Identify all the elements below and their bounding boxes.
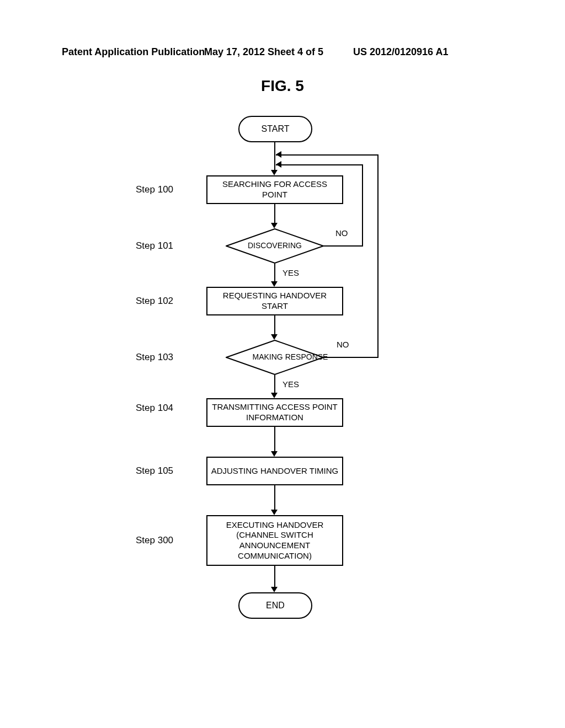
arrowhead-down-icon	[271, 334, 278, 340]
step-label-102: Step 102	[136, 296, 173, 307]
arrowhead-down-icon	[271, 451, 278, 457]
step-label-101: Step 101	[136, 240, 173, 251]
node-start-label: START	[262, 124, 290, 134]
arrowhead-down-icon	[271, 281, 278, 287]
node-step105: ADJUSTING HANDOVER TIMING	[206, 457, 343, 485]
arrow	[276, 154, 379, 156]
header-date-sheet: May 17, 2012 Sheet 4 of 5	[204, 46, 323, 58]
arrow	[274, 566, 275, 588]
arrowhead-down-icon	[271, 587, 278, 592]
arrowhead-left-icon	[276, 151, 281, 158]
node-step104: TRANSMITTING ACCESS POINT INFORMATION	[206, 398, 343, 427]
arrow	[377, 154, 379, 358]
arrowhead-down-icon	[271, 393, 278, 398]
edge-yes-103: YES	[282, 379, 299, 389]
arrow	[274, 264, 275, 282]
header-publication: Patent Application Publication	[62, 46, 205, 58]
node-step103: MAKING RESPONSE	[226, 340, 324, 375]
node-end-label: END	[266, 601, 285, 611]
node-step101: DISCOVERING	[226, 228, 324, 264]
header-doc-number: US 2012/0120916 A1	[353, 46, 448, 58]
step-label-103: Step 103	[136, 352, 173, 363]
step-label-104: Step 104	[136, 403, 173, 414]
arrow	[274, 375, 275, 394]
arrowhead-left-icon	[276, 161, 281, 168]
step-label-300: Step 300	[136, 535, 173, 546]
arrow	[274, 485, 275, 511]
node-step102: REQUESTING HANDOVER START	[206, 287, 343, 315]
node-step105-text: ADJUSTING HANDOVER TIMING	[211, 466, 339, 477]
edge-yes-101: YES	[282, 268, 299, 277]
node-step100-text: SEARCHING FOR ACCESS POINT	[211, 179, 339, 200]
arrow	[362, 164, 363, 247]
arrow	[276, 164, 363, 165]
node-step300: EXECUTING HANDOVER (CHANNEL SWITCH ANNOU…	[206, 515, 343, 566]
node-start: START	[238, 116, 312, 142]
arrow	[274, 141, 275, 171]
edge-no-103: NO	[337, 340, 349, 349]
arrow	[323, 245, 363, 247]
edge-no-101: NO	[335, 228, 348, 238]
node-step300-text: EXECUTING HANDOVER (CHANNEL SWITCH ANNOU…	[211, 520, 339, 561]
step-label-105: Step 105	[136, 465, 173, 477]
node-step100: SEARCHING FOR ACCESS POINT	[206, 175, 343, 204]
arrowhead-down-icon	[271, 510, 278, 515]
arrowhead-down-icon	[271, 223, 278, 228]
node-end: END	[238, 592, 312, 619]
node-step101-text: DISCOVERING	[226, 228, 324, 264]
node-step104-text: TRANSMITTING ACCESS POINT INFORMATION	[211, 402, 339, 423]
node-step102-text: REQUESTING HANDOVER START	[211, 291, 339, 312]
step-label-100: Step 100	[136, 184, 173, 195]
arrow	[274, 315, 275, 335]
arrow	[323, 357, 379, 358]
arrowhead-down-icon	[271, 170, 278, 175]
arrow	[274, 427, 275, 452]
figure-title: FIG. 5	[0, 77, 565, 95]
arrow	[274, 204, 275, 224]
